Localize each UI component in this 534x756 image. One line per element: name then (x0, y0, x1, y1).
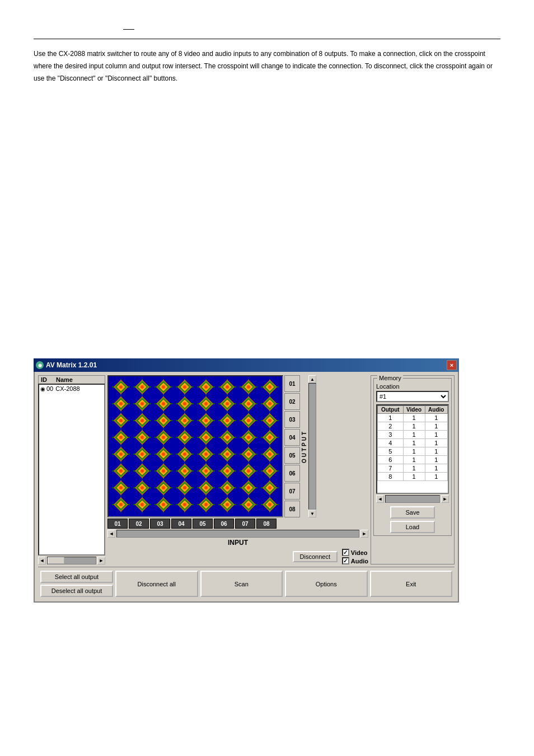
crosspoint-0-7[interactable] (260, 379, 280, 395)
crosspoint-6-1[interactable] (132, 479, 152, 496)
save-btn-row: Save (376, 506, 449, 519)
crosspoint-1-7[interactable] (260, 395, 280, 412)
location-select[interactable]: #1 (376, 391, 449, 402)
close-button[interactable]: × (447, 360, 457, 370)
crosspoint-6-0[interactable] (111, 479, 131, 496)
crosspoint-4-3[interactable] (175, 446, 195, 463)
crosspoint-0-4[interactable] (196, 379, 216, 395)
crosspoint-5-5[interactable] (217, 463, 237, 479)
crosspoint-0-0[interactable] (111, 379, 131, 395)
crosspoint-3-6[interactable] (238, 429, 259, 446)
device-row[interactable]: ◉ 00 CX-2088 (39, 385, 104, 393)
crosspoint-0-2[interactable] (153, 379, 174, 395)
crosspoint-1-0[interactable] (111, 395, 131, 412)
crosspoint-5-6[interactable] (238, 463, 259, 479)
crosspoint-3-4[interactable] (196, 429, 216, 446)
input-scroll-right[interactable]: ► (360, 530, 368, 538)
crosspoint-5-2[interactable] (153, 463, 174, 479)
disconnect-all-button[interactable]: Disconnect all (115, 571, 198, 597)
disconnect-button[interactable]: Disconnect (293, 551, 338, 562)
svg-point-19 (183, 385, 186, 389)
save-button[interactable]: Save (390, 506, 435, 519)
crosspoint-6-2[interactable] (153, 479, 174, 496)
crosspoint-4-7[interactable] (260, 446, 280, 463)
load-button[interactable]: Load (390, 521, 435, 533)
scroll-track[interactable] (47, 557, 96, 564)
crosspoint-1-5[interactable] (217, 395, 237, 412)
select-all-output-button[interactable]: Select all output (40, 571, 113, 583)
crosspoint-1-3[interactable] (175, 395, 195, 412)
crosspoint-6-5[interactable] (217, 479, 237, 496)
crosspoint-2-6[interactable] (238, 412, 259, 429)
vert-scroll-down[interactable]: ▼ (308, 510, 316, 517)
mem-scroll-left[interactable]: ◄ (376, 495, 384, 503)
svg-point-214 (162, 469, 165, 473)
crosspoint-2-5[interactable] (217, 412, 237, 429)
device-panel: ID Name ◉ 00 CX-2088 ◄ ► (38, 375, 105, 564)
matrix-grid[interactable] (107, 375, 283, 517)
crosspoint-2-0[interactable] (111, 412, 131, 429)
input-scroll-track[interactable] (116, 530, 359, 538)
svg-point-219 (183, 469, 186, 473)
crosspoint-7-4[interactable] (196, 496, 216, 513)
crosspoint-0-1[interactable] (132, 379, 152, 395)
crosspoint-5-1[interactable] (132, 463, 152, 479)
crosspoint-3-1[interactable] (132, 429, 152, 446)
crosspoint-5-3[interactable] (175, 463, 195, 479)
crosspoint-1-6[interactable] (238, 395, 259, 412)
crosspoint-2-3[interactable] (175, 412, 195, 429)
crosspoint-0-6[interactable] (238, 379, 259, 395)
crosspoint-7-2[interactable] (153, 496, 174, 513)
mem-scroll-track[interactable] (385, 495, 440, 503)
crosspoint-2-1[interactable] (132, 412, 152, 429)
crosspoint-0-5[interactable] (217, 379, 237, 395)
crosspoint-7-3[interactable] (175, 496, 195, 513)
vert-scroll-track[interactable] (308, 383, 316, 510)
crosspoint-0-3[interactable] (175, 379, 195, 395)
crosspoint-4-2[interactable] (153, 446, 174, 463)
crosspoint-5-0[interactable] (111, 463, 131, 479)
scroll-left-arrow[interactable]: ◄ (38, 557, 46, 564)
scroll-right-arrow[interactable]: ► (97, 557, 105, 564)
output-label-0: 01 (284, 375, 300, 392)
crosspoint-4-5[interactable] (217, 446, 237, 463)
vert-scroll-up[interactable]: ▲ (308, 375, 316, 383)
device-list[interactable]: ◉ 00 CX-2088 (38, 384, 105, 556)
crosspoint-3-3[interactable] (175, 429, 195, 446)
crosspoint-4-1[interactable] (132, 446, 152, 463)
crosspoint-6-7[interactable] (260, 479, 280, 496)
crosspoint-6-3[interactable] (175, 479, 195, 496)
crosspoint-1-4[interactable] (196, 395, 216, 412)
crosspoint-6-6[interactable] (238, 479, 259, 496)
crosspoint-1-1[interactable] (132, 395, 152, 412)
audio-checkbox[interactable]: ✓ (342, 557, 349, 564)
exit-button[interactable]: Exit (370, 571, 453, 597)
crosspoint-7-7[interactable] (260, 496, 280, 513)
crosspoint-1-2[interactable] (153, 395, 174, 412)
crosspoint-3-5[interactable] (217, 429, 237, 446)
crosspoint-3-7[interactable] (260, 429, 280, 446)
crosspoint-2-2[interactable] (153, 412, 174, 429)
crosspoint-3-0[interactable] (111, 429, 131, 446)
input-scroll-left[interactable]: ◄ (107, 530, 115, 538)
crosspoint-4-0[interactable] (111, 446, 131, 463)
crosspoint-5-7[interactable] (260, 463, 280, 479)
crosspoint-7-5[interactable] (217, 496, 237, 513)
video-checkbox[interactable]: ✓ (342, 549, 349, 556)
crosspoint-7-6[interactable] (238, 496, 259, 513)
scan-button[interactable]: Scan (200, 571, 283, 597)
crosspoint-3-2[interactable] (153, 429, 174, 446)
crosspoint-6-4[interactable] (196, 479, 216, 496)
crosspoint-2-4[interactable] (196, 412, 216, 429)
crosspoint-7-0[interactable] (111, 496, 131, 513)
mem-cell-audio-4: 1 (425, 447, 447, 456)
deselect-all-output-button[interactable]: Deselect all output (40, 585, 113, 597)
crosspoint-4-6[interactable] (238, 446, 259, 463)
mem-cell-output-6: 7 (378, 464, 404, 473)
crosspoint-5-4[interactable] (196, 463, 216, 479)
options-button[interactable]: Options (285, 571, 368, 597)
mem-scroll-right[interactable]: ► (441, 495, 449, 503)
crosspoint-4-4[interactable] (196, 446, 216, 463)
crosspoint-7-1[interactable] (132, 496, 152, 513)
crosspoint-2-7[interactable] (260, 412, 280, 429)
